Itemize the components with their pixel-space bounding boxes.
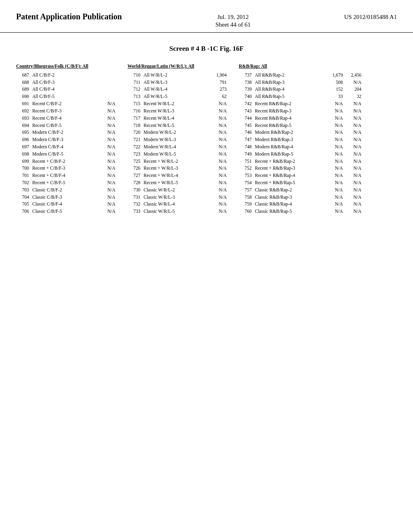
table-row: 701Recent + C/B/F-4N/A bbox=[16, 172, 115, 179]
table-row: 697Modern C/B/F-4N/A bbox=[16, 143, 115, 151]
table-row: 703Classic C/B/F-2N/A bbox=[16, 187, 115, 194]
table-row: 698Modern C/B/F-5N/A bbox=[16, 151, 115, 158]
world-table-rows: 710All W/R/L-21,904 711All W/R/L-3791 71… bbox=[127, 72, 227, 215]
table-row: 748Modern R&B/Rap-4N/AN/A bbox=[239, 143, 361, 151]
table-row: 694Recent C/B/F-5N/A bbox=[16, 122, 115, 129]
table-row: 695Modern C/B/F-2N/A bbox=[16, 129, 115, 136]
table-row: 725Recent + W/R/L-2N/A bbox=[127, 158, 227, 165]
table-row: 689All C/B/F-4 bbox=[16, 86, 115, 93]
table-row: 718Recent W/R/L-5N/A bbox=[127, 122, 227, 129]
table-row: 688All C/B/F-3 bbox=[16, 79, 115, 86]
table-row: 691Recent C/B/F-2N/A bbox=[16, 100, 115, 108]
table-row: 751Recent + R&B/Rap-2N/AN/A bbox=[239, 158, 361, 165]
sheet-number: Sheet 44 of 61 bbox=[215, 21, 250, 28]
table-row: 760Classic R&B/Rap-5N/AN/A bbox=[239, 208, 361, 215]
table-row: 749Modern R&B/Rap-5N/AN/A bbox=[239, 151, 361, 158]
table-row: 745Recent R&B/Rap-5N/AN/A bbox=[239, 122, 361, 129]
table-row: 706Classic C/B/F-5N/A bbox=[16, 208, 115, 215]
table-row: 733Classic W/R/L-5N/A bbox=[127, 208, 227, 215]
table-row: 744Recent R&B/Rap-4N/AN/A bbox=[239, 115, 361, 122]
table-row: 753Recent + R&B/Rap-4N/AN/A bbox=[239, 172, 361, 179]
main-content: Screen # 4 B -1C Fig. 16F Country/Bluegr… bbox=[0, 33, 413, 223]
table-row: 713All W/R/L-562 bbox=[127, 93, 227, 100]
table-row: 693Recent C/B/F-4N/A bbox=[16, 115, 115, 122]
publication-title: Patent Application Publication bbox=[16, 12, 122, 21]
table-row: 737All R&B/Rap-21,6792,456 bbox=[239, 72, 361, 79]
table-row: 721Modern W/R/L-3N/A bbox=[127, 136, 227, 143]
table-row: 702Recent + C/B/F-5N/A bbox=[16, 179, 115, 187]
screen-title: Screen # 4 B -1C Fig. 16F bbox=[16, 45, 397, 53]
table-row: 700Recent + C/B/F-3N/A bbox=[16, 165, 115, 172]
rnb-table: R&B/Rap: All 737All R&B/Rap-21,6792,456 … bbox=[239, 63, 361, 215]
table-row: 739All R&B/Rap-4152204 bbox=[239, 86, 361, 93]
table-row: 722Modern W/R/L-4N/A bbox=[127, 143, 227, 151]
world-table: World/Reggae/Latin (W/R/L): All 710All W… bbox=[127, 63, 227, 215]
table-row: 759Classic R&B/Rap-4N/AN/A bbox=[239, 201, 361, 208]
table-row: 710All W/R/L-21,904 bbox=[127, 72, 227, 79]
table-row: 687All C/B/F-2 bbox=[16, 72, 115, 79]
tables-container: Country/Bluegrass/Folk (C/B/F): All 687A… bbox=[16, 63, 397, 215]
table-row: 704Classic C/B/F-3N/A bbox=[16, 194, 115, 201]
table-row: 716Recent W/R/L-3N/A bbox=[127, 108, 227, 115]
table-row: 758Classic R&B/Rap-3N/AN/A bbox=[239, 194, 361, 201]
table-row: 747Modern R&B/Rap-3N/AN/A bbox=[239, 136, 361, 143]
table-row: 717Recent W/R/L-4N/A bbox=[127, 115, 227, 122]
country-table-rows: 687All C/B/F-2 688All C/B/F-3 689All C/B… bbox=[16, 72, 115, 215]
table-row: 699Recent + C/B/F-2N/A bbox=[16, 158, 115, 165]
table-row: 705Classic C/B/F-4N/A bbox=[16, 201, 115, 208]
publication-date: Jul. 19, 2012 bbox=[217, 12, 249, 21]
table-row: 757Classic R&B/Rap-2N/AN/A bbox=[239, 187, 361, 194]
table-row: 732Classic W/R/L-4N/A bbox=[127, 201, 227, 208]
table-row: 727Recent + W/R/L-4N/A bbox=[127, 172, 227, 179]
page-header: Patent Application Publication Jul. 19, … bbox=[0, 0, 413, 33]
table-row: 712All W/R/L-4273 bbox=[127, 86, 227, 93]
table-row: 726Recent + W/R/L-3N/A bbox=[127, 165, 227, 172]
country-table-header: Country/Bluegrass/Folk (C/B/F): All bbox=[16, 63, 115, 70]
world-table-header: World/Reggae/Latin (W/R/L): All bbox=[127, 63, 227, 70]
table-row: 711All W/R/L-3791 bbox=[127, 79, 227, 86]
table-row: 720Modern W/R/L-2N/A bbox=[127, 129, 227, 136]
table-row: 740All R&B/Rap-53332 bbox=[239, 93, 361, 100]
table-row: 728Recent + W/R/L-5N/A bbox=[127, 179, 227, 187]
table-row: 692Recent C/B/F-3N/A bbox=[16, 108, 115, 115]
table-row: 730Classic W/R/L-2N/A bbox=[127, 187, 227, 194]
table-row: 690All C/B/F-5 bbox=[16, 93, 115, 100]
rnb-table-rows: 737All R&B/Rap-21,6792,456 738All R&B/Ra… bbox=[239, 72, 361, 215]
table-row: 696Modern C/B/F-3N/A bbox=[16, 136, 115, 143]
table-row: 754Recent + R&B/Rap-5N/AN/A bbox=[239, 179, 361, 187]
table-row: 738All R&B/Rap-3508N/A bbox=[239, 79, 361, 86]
table-row: 746Modern R&B/Rap-2N/AN/A bbox=[239, 129, 361, 136]
table-row: 742Recent R&B/Rap-2N/AN/A bbox=[239, 100, 361, 108]
patent-number: US 2012/0185488 A1 bbox=[344, 12, 397, 21]
table-row: 723Modern W/R/L-5N/A bbox=[127, 151, 227, 158]
table-row: 743Recent R&B/Rap-3N/AN/A bbox=[239, 108, 361, 115]
table-row: 731Classic W/R/L-3N/A bbox=[127, 194, 227, 201]
country-table: Country/Bluegrass/Folk (C/B/F): All 687A… bbox=[16, 63, 115, 215]
rnb-table-header: R&B/Rap: All bbox=[239, 63, 361, 70]
table-row: 752Recent + R&B/Rap-3N/AN/A bbox=[239, 165, 361, 172]
table-row: 715Recent W/R/L-2N/A bbox=[127, 100, 227, 108]
